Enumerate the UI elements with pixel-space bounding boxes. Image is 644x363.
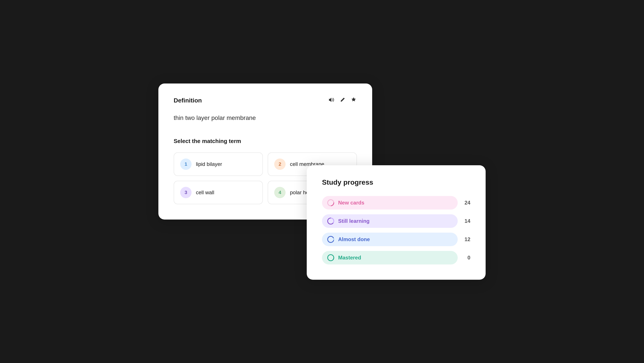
new-cards-icon xyxy=(327,199,335,207)
option-1-text: lipid bilayer xyxy=(196,161,222,167)
progress-rows: New cards 24 Still learning 14 xyxy=(322,196,470,265)
select-matching-label: Select the matching term xyxy=(174,138,357,145)
almost-done-icon xyxy=(327,235,335,243)
almost-done-label: Almost done xyxy=(338,236,370,242)
mastered-icon xyxy=(327,254,335,262)
almost-done-bar: Almost done xyxy=(322,233,458,246)
option-1-number: 1 xyxy=(180,158,192,170)
mastered-label: Mastered xyxy=(338,255,361,261)
card-icons xyxy=(328,97,357,105)
still-learning-label: Still learning xyxy=(338,218,370,224)
svg-point-5 xyxy=(328,236,334,242)
still-learning-row: Still learning 14 xyxy=(322,214,470,228)
almost-done-row: Almost done 12 xyxy=(322,233,470,246)
edit-icon[interactable] xyxy=(340,97,346,104)
still-learning-bar: Still learning xyxy=(322,214,458,228)
option-3-number: 3 xyxy=(180,187,192,198)
card-header: Definition xyxy=(174,97,357,105)
option-2-number: 2 xyxy=(274,158,286,170)
progress-card: Study progress New cards 24 xyxy=(307,165,486,280)
still-learning-count: 14 xyxy=(462,218,470,224)
option-4-number: 4 xyxy=(274,187,286,198)
star-icon[interactable] xyxy=(350,97,357,105)
mastered-row: Mastered 0 xyxy=(322,251,470,265)
mastered-count: 0 xyxy=(462,255,470,261)
new-cards-count: 24 xyxy=(462,200,470,206)
definition-text: thin two layer polar membrane xyxy=(174,113,357,122)
option-3-text: cell wall xyxy=(196,189,214,196)
definition-label: Definition xyxy=(174,97,202,104)
mastered-bar: Mastered xyxy=(322,251,458,265)
option-1[interactable]: 1 lipid bilayer xyxy=(174,152,263,176)
almost-done-count: 12 xyxy=(462,236,470,242)
sound-icon[interactable] xyxy=(328,97,335,105)
still-learning-icon xyxy=(327,217,335,225)
progress-title: Study progress xyxy=(322,178,470,186)
new-cards-label: New cards xyxy=(338,200,364,206)
option-3[interactable]: 3 cell wall xyxy=(174,181,263,204)
new-cards-row: New cards 24 xyxy=(322,196,470,210)
new-cards-bar: New cards xyxy=(322,196,458,210)
